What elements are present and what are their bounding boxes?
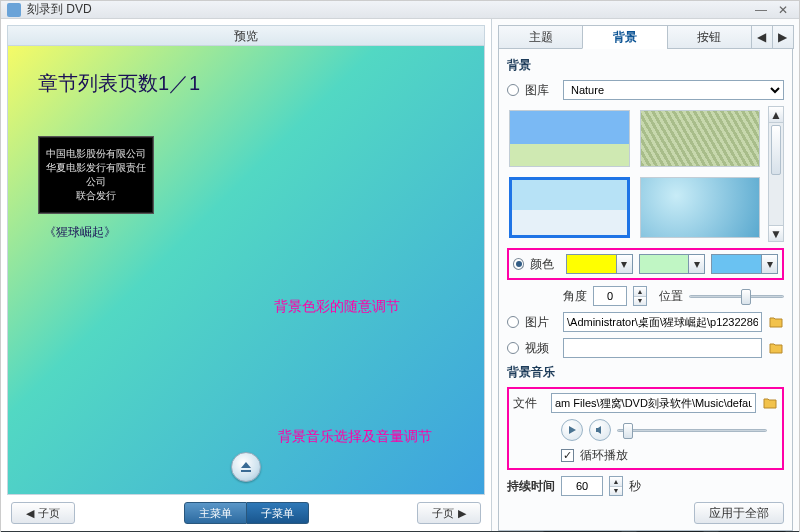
next-child-button[interactable]: 子页 ▶	[417, 502, 481, 524]
window-title: 刻录到 DVD	[27, 1, 92, 18]
gallery-thumb[interactable]	[640, 110, 761, 167]
play-icon	[567, 425, 577, 435]
chevron-down-icon: ▾	[688, 255, 704, 273]
video-row: 视频	[507, 338, 784, 358]
angle-row: 角度 ▲▼ 位置	[507, 286, 784, 306]
chapter-thumbnail[interactable]: 中国电影股份有限公司 华夏电影发行有限责任公司 联合发行	[38, 136, 154, 214]
tabs: 主题 背景 按钮 ◀ ▶	[498, 25, 793, 49]
duration-row: 持续时间 ▲▼ 秒	[507, 476, 784, 496]
gallery-thumb[interactable]	[509, 110, 630, 167]
loop-label: 循环播放	[580, 447, 628, 464]
duration-spinner[interactable]: ▲▼	[609, 476, 623, 496]
preview-area: 章节列表页数1／1 中国电影股份有限公司 华夏电影发行有限责任公司 联合发行 《…	[7, 45, 485, 495]
angle-input[interactable]	[593, 286, 627, 306]
gallery-thumb[interactable]	[640, 177, 761, 238]
gallery-select[interactable]: Nature	[563, 80, 784, 100]
bg-section-title: 背景	[507, 57, 784, 74]
duration-unit: 秒	[629, 478, 641, 495]
tab-button[interactable]: 按钮	[667, 25, 752, 49]
browse-image-button[interactable]	[768, 314, 784, 330]
folder-icon	[769, 342, 783, 354]
tab-scroll-right[interactable]: ▶	[772, 25, 794, 49]
video-label: 视频	[525, 340, 557, 357]
music-file-label: 文件	[513, 395, 545, 412]
left-nav-bar: ◀ 子页 主菜单 子菜单 子页 ▶	[7, 495, 485, 531]
spin-up-icon: ▲	[634, 287, 646, 297]
radio-image[interactable]	[507, 316, 519, 328]
annotation-music: 背景音乐选择及音量调节	[278, 428, 432, 446]
minimize-button[interactable]: ―	[751, 2, 771, 18]
volume-button[interactable]	[589, 419, 611, 441]
color-dropdown-2[interactable]: ▾	[639, 254, 706, 274]
spin-down-icon: ▼	[634, 297, 646, 306]
gallery-thumb-selected[interactable]	[509, 177, 630, 238]
app-window: 刻录到 DVD ― ✕ 预览 章节列表页数1／1 中国电影股份有限公司 华夏电影…	[0, 0, 800, 532]
app-icon	[7, 3, 21, 17]
image-label: 图片	[525, 314, 557, 331]
close-button[interactable]: ✕	[773, 2, 793, 18]
eject-icon	[239, 460, 253, 474]
loop-checkbox[interactable]	[561, 449, 574, 462]
main-menu-button[interactable]: 主菜单	[184, 502, 247, 524]
browse-video-button[interactable]	[768, 340, 784, 356]
scroll-down-icon[interactable]: ▼	[769, 225, 783, 241]
folder-icon	[769, 316, 783, 328]
spin-down-icon: ▼	[610, 487, 622, 496]
image-path-input[interactable]	[563, 312, 762, 332]
music-file-input[interactable]	[551, 393, 756, 413]
tab-background[interactable]: 背景	[582, 25, 667, 49]
duration-label: 持续时间	[507, 478, 555, 495]
folder-icon	[763, 397, 777, 409]
eject-button[interactable]	[231, 452, 261, 482]
duration-input[interactable]	[561, 476, 603, 496]
music-section-highlight: 文件 循环播放	[507, 387, 784, 470]
spin-up-icon: ▲	[610, 477, 622, 487]
radio-color[interactable]	[513, 258, 524, 270]
color-dropdown-1[interactable]: ▾	[566, 254, 633, 274]
prev-child-button[interactable]: ◀ 子页	[11, 502, 75, 524]
radio-gallery[interactable]	[507, 84, 519, 96]
tab-scroll-left[interactable]: ◀	[751, 25, 773, 49]
radio-video[interactable]	[507, 342, 519, 354]
right-pane: 主题 背景 按钮 ◀ ▶ 背景 图库 Nature	[491, 19, 799, 531]
volume-slider[interactable]	[617, 421, 767, 439]
chapter-label: 《猩球崛起》	[44, 224, 116, 241]
titlebar: 刻录到 DVD ― ✕	[1, 1, 799, 19]
gallery-area: ▲ ▼	[507, 106, 784, 242]
chapter-title: 章节列表页数1／1	[38, 70, 200, 97]
apply-all-button[interactable]: 应用于全部	[694, 502, 784, 524]
position-label: 位置	[659, 288, 683, 305]
browse-music-button[interactable]	[762, 395, 778, 411]
volume-icon	[594, 424, 606, 436]
scroll-thumb[interactable]	[771, 125, 781, 175]
chevron-down-icon: ▾	[616, 255, 632, 273]
position-slider[interactable]	[689, 287, 784, 305]
gallery-label: 图库	[525, 82, 557, 99]
color-section-highlight: 颜色 ▾ ▾ ▾	[507, 248, 784, 280]
angle-spinner[interactable]: ▲▼	[633, 286, 647, 306]
background-panel: 背景 图库 Nature ▲ ▼	[498, 49, 793, 531]
play-button[interactable]	[561, 419, 583, 441]
left-pane: 预览 章节列表页数1／1 中国电影股份有限公司 华夏电影发行有限责任公司 联合发…	[1, 19, 491, 531]
sub-menu-button[interactable]: 子菜单	[247, 502, 309, 524]
chevron-down-icon: ▾	[761, 255, 777, 273]
video-path-input[interactable]	[563, 338, 762, 358]
angle-label: 角度	[563, 288, 587, 305]
preview-header: 预览	[7, 25, 485, 45]
scroll-up-icon[interactable]: ▲	[769, 107, 783, 123]
music-section-title: 背景音乐	[507, 364, 784, 381]
color-label: 颜色	[530, 256, 560, 273]
menu-segment: 主菜单 子菜单	[184, 502, 309, 524]
gallery-thumbs	[507, 106, 762, 242]
tab-theme[interactable]: 主题	[498, 25, 583, 49]
gallery-scrollbar[interactable]: ▲ ▼	[768, 106, 784, 242]
gallery-row: 图库 Nature	[507, 80, 784, 100]
image-row: 图片	[507, 312, 784, 332]
color-dropdown-3[interactable]: ▾	[711, 254, 778, 274]
annotation-color: 背景色彩的随意调节	[274, 298, 400, 316]
